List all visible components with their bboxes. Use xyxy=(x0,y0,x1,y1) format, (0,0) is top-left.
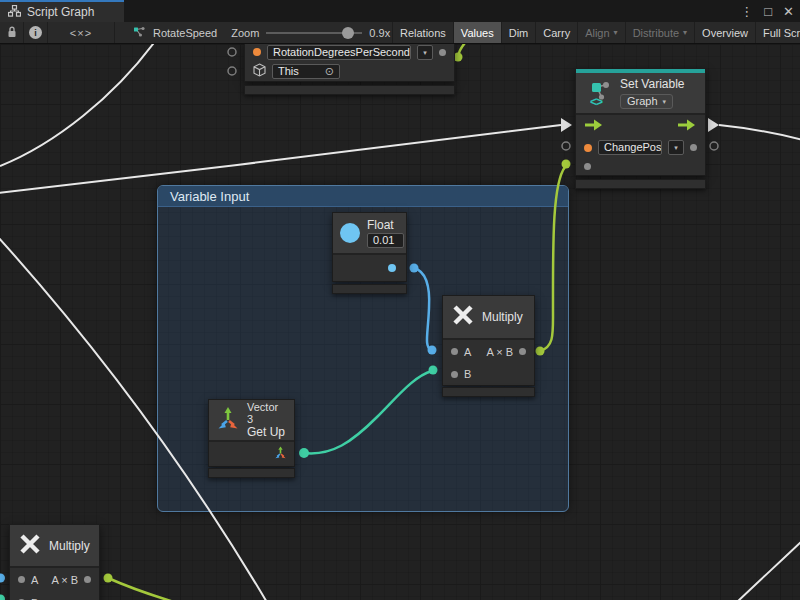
graph-ref-icon xyxy=(133,26,146,40)
multiply-x-icon xyxy=(452,304,474,330)
get-variable-node[interactable]: RotationDegreesPerSecond ▾ This ⊙ xyxy=(244,44,455,82)
variable-name-row: RotationDegreesPerSecond ▾ xyxy=(245,44,454,62)
input-a-port[interactable] xyxy=(451,348,458,355)
node-title: Set Variable xyxy=(620,77,684,91)
button-label: Align xyxy=(585,27,609,39)
target-value: This xyxy=(278,65,299,78)
zoom-slider-handle[interactable] xyxy=(342,27,354,39)
multiply-node-footer[interactable] xyxy=(442,387,535,397)
input-b-label: B xyxy=(464,368,471,380)
variable-icon: <> xyxy=(584,79,614,107)
set-variable-node[interactable]: <> Set Variable Graph ▾ xyxy=(575,68,706,176)
scope-value: Graph xyxy=(627,95,658,108)
output-label: A × B xyxy=(486,346,513,358)
node-title: Multiply xyxy=(482,310,523,324)
toolbar-button-distribute[interactable]: Distribute ▾ xyxy=(626,22,695,43)
graph-name-label: RotateSpeed xyxy=(153,27,217,39)
name-port[interactable] xyxy=(584,144,592,152)
code-view-toggle[interactable]: <×> xyxy=(48,22,115,43)
lock-button[interactable] xyxy=(0,22,24,43)
float-value-input[interactable]: 0.01 xyxy=(367,233,404,248)
code-brackets-glyph: <> xyxy=(590,95,602,109)
multiply-node-bottom[interactable]: Multiply A A × B B xyxy=(9,524,100,600)
info-button[interactable]: i xyxy=(24,22,48,43)
graph-info-zoom-section: RotateSpeed Zoom 0.9x xyxy=(115,22,393,43)
chevron-down-icon[interactable]: ▾ xyxy=(417,45,433,60)
float-node[interactable]: Float 0.01 xyxy=(332,212,407,282)
float-header[interactable]: Float 0.01 xyxy=(333,213,406,253)
vector3-axes-icon xyxy=(216,406,240,434)
group-title: Variable Input xyxy=(170,189,249,204)
zoom-label: Zoom xyxy=(231,27,259,39)
target-row: This ⊙ xyxy=(245,62,454,81)
float-output-port[interactable] xyxy=(388,264,396,272)
output-label: A × B xyxy=(51,574,78,586)
vector3-output-port[interactable] xyxy=(274,445,287,463)
set-variable-header[interactable]: <> Set Variable Graph ▾ xyxy=(576,73,705,113)
flow-in-arrow-icon[interactable] xyxy=(585,117,603,135)
multiply-header[interactable]: Multiply xyxy=(10,525,99,566)
graph-canvas[interactable]: Variable Input xyxy=(0,44,800,600)
toolbar-button-overview[interactable]: Overview xyxy=(695,22,756,43)
tab-bar: Script Graph ⋮ □ ✕ xyxy=(0,0,800,22)
tab-label: Script Graph xyxy=(27,5,94,19)
graph-hierarchy-icon xyxy=(8,5,21,20)
info-icon: i xyxy=(29,26,42,39)
chevron-down-icon: ▾ xyxy=(663,95,667,108)
vector3-node-footer[interactable] xyxy=(208,468,295,478)
maximize-icon[interactable]: □ xyxy=(764,4,772,19)
value-row xyxy=(576,158,705,175)
float-type-icon xyxy=(340,223,360,243)
input-b-port[interactable] xyxy=(451,371,458,378)
value-port[interactable] xyxy=(584,163,591,170)
input-b-label: B xyxy=(31,597,38,600)
set-variable-node-footer[interactable] xyxy=(575,179,706,189)
float-node-footer[interactable] xyxy=(332,284,407,294)
multiply-node[interactable]: Multiply A A × B B xyxy=(442,295,535,386)
result-port[interactable] xyxy=(519,348,526,355)
value-port[interactable] xyxy=(253,48,261,56)
toolbar-button-carry[interactable]: Carry xyxy=(536,22,578,43)
port-row-b: B xyxy=(443,363,534,385)
window-controls: ⋮ □ ✕ xyxy=(740,0,794,22)
group-header[interactable]: Variable Input xyxy=(158,186,568,207)
zoom-value: 0.9x xyxy=(369,27,390,39)
zoom-slider[interactable] xyxy=(266,27,362,39)
node-title: Float xyxy=(367,218,404,232)
toolbar-button-fullscreen[interactable]: Full Screen xyxy=(756,22,800,43)
flow-out-arrow-icon[interactable] xyxy=(678,117,696,135)
toolbar-button-values[interactable]: Values xyxy=(454,22,502,43)
toolbar-button-dim[interactable]: Dim xyxy=(502,22,537,43)
port-row-a: A A × B xyxy=(443,340,534,363)
vector3-header[interactable]: Vector 3 Get Up xyxy=(209,400,294,440)
multiply-header[interactable]: Multiply xyxy=(443,296,534,338)
get-variable-node-footer[interactable] xyxy=(244,85,455,95)
input-a-label: A xyxy=(31,574,38,586)
chevron-down-icon[interactable]: ▾ xyxy=(668,140,684,155)
node-title: Multiply xyxy=(49,539,90,553)
output-row xyxy=(209,442,294,466)
chevron-down-icon: ▾ xyxy=(683,28,687,37)
operation-label: Get Up xyxy=(247,425,287,439)
output-port[interactable] xyxy=(439,49,446,56)
multiply-x-icon xyxy=(19,533,41,559)
type-label: Vector 3 xyxy=(247,401,287,425)
close-icon[interactable]: ✕ xyxy=(783,4,794,19)
target-field[interactable]: This ⊙ xyxy=(272,64,340,79)
result-port[interactable] xyxy=(84,576,91,583)
output-port[interactable] xyxy=(690,144,697,151)
vector3-get-up-node[interactable]: Vector 3 Get Up xyxy=(208,399,295,467)
toolbar-button-relations[interactable]: Relations xyxy=(393,22,454,43)
flow-row xyxy=(576,115,705,137)
tab-script-graph[interactable]: Script Graph xyxy=(0,0,124,22)
scope-dropdown[interactable]: Graph ▾ xyxy=(620,94,673,109)
toolbar-button-align[interactable]: Align ▾ xyxy=(578,22,625,43)
menu-kebab-icon[interactable]: ⋮ xyxy=(740,4,753,19)
gameobject-cube-icon xyxy=(253,63,266,81)
output-row xyxy=(333,255,406,281)
chevron-down-icon: ▾ xyxy=(614,28,618,37)
variable-name-dropdown[interactable]: RotationDegreesPerSecond xyxy=(267,45,411,60)
object-picker-icon[interactable]: ⊙ xyxy=(325,65,334,78)
variable-name-dropdown[interactable]: ChangePos xyxy=(598,140,662,155)
input-a-port[interactable] xyxy=(18,576,25,583)
